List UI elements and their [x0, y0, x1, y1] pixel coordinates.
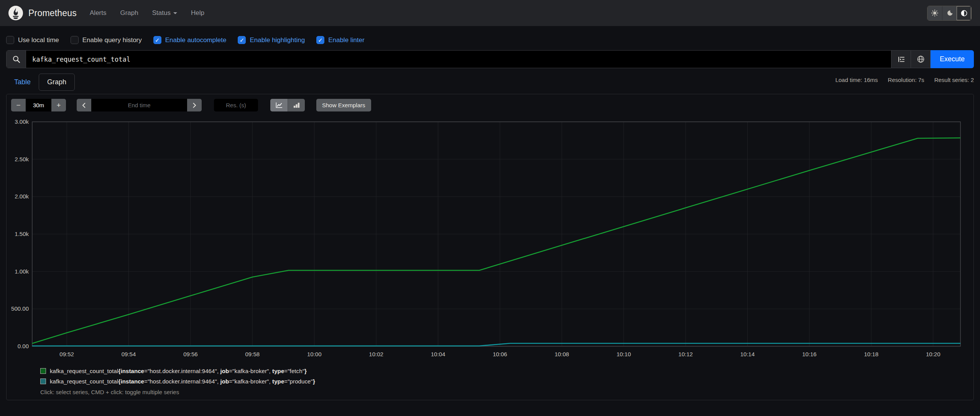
- x-tick-label: 10:20: [926, 351, 941, 357]
- nav-item-alerts[interactable]: Alerts: [90, 9, 106, 17]
- series-line-1: [32, 343, 960, 346]
- result-tabs: Table Graph: [6, 74, 75, 91]
- range-stepper: − +: [11, 99, 66, 111]
- legend-swatch-icon: [40, 368, 46, 374]
- option-label: Enable linter: [328, 36, 365, 44]
- x-tick-label: 10:02: [369, 351, 383, 357]
- search-icon: [7, 51, 26, 68]
- time-forward-button[interactable]: [187, 99, 202, 111]
- query-options-row: Use local timeEnable query history✓Enabl…: [0, 26, 980, 49]
- graph-panel: − +: [6, 94, 974, 400]
- brand-name: Prometheus: [28, 8, 77, 18]
- nav-item-help[interactable]: Help: [191, 9, 204, 17]
- series-line-0: [32, 138, 960, 344]
- legend-series-label: kafka_request_count_total{instance="host…: [50, 368, 307, 374]
- y-tick-label: 1.00k: [15, 268, 29, 275]
- end-time-picker: [77, 99, 202, 111]
- x-tick-label: 09:56: [183, 351, 198, 357]
- option-enable-autocomplete[interactable]: ✓Enable autocomplete: [153, 36, 227, 44]
- range-input[interactable]: [26, 99, 51, 111]
- x-tick-label: 10:10: [617, 351, 631, 357]
- query-stats: Load time: 16ms Resolution: 7s Result se…: [835, 74, 974, 83]
- circle-half-icon[interactable]: [957, 6, 971, 20]
- x-tick-label: 10:14: [740, 351, 755, 357]
- x-tick-label: 10:18: [864, 351, 879, 357]
- x-tick-label: 10:06: [493, 351, 507, 357]
- chart-svg[interactable]: 0.00500.001.00k1.50k2.00k2.50k3.00k09:52…: [7, 115, 973, 360]
- y-tick-label: 3.00k: [15, 118, 29, 125]
- option-use-local-time[interactable]: Use local time: [6, 36, 59, 44]
- y-tick-label: 0.00: [18, 343, 29, 349]
- chart-area: 0.00500.001.00k1.50k2.00k2.50k3.00k09:52…: [7, 115, 973, 360]
- legend-hint: Click: select series, CMD + click: toggl…: [40, 389, 973, 395]
- resolution: Resolution: 7s: [888, 77, 924, 83]
- stacked-chart-icon[interactable]: [288, 99, 305, 111]
- x-tick-label: 10:00: [307, 351, 322, 357]
- unchecked-checkbox-icon[interactable]: [71, 36, 79, 44]
- resolution-input[interactable]: [214, 99, 258, 111]
- checked-checkbox-icon[interactable]: ✓: [316, 36, 324, 44]
- x-tick-label: 10:16: [802, 351, 817, 357]
- prometheus-logo-icon: [8, 6, 23, 20]
- x-tick-label: 09:58: [245, 351, 260, 357]
- option-enable-query-history[interactable]: Enable query history: [71, 36, 142, 44]
- x-tick-label: 10:08: [555, 351, 569, 357]
- option-label: Enable autocomplete: [165, 36, 227, 44]
- legend: kafka_request_count_total{instance="host…: [40, 366, 973, 387]
- theme-toggle-group: [927, 6, 972, 21]
- range-increase-button[interactable]: +: [51, 99, 66, 111]
- chart-type-toggle: [270, 99, 305, 111]
- legend-item[interactable]: kafka_request_count_total{instance="host…: [40, 376, 973, 387]
- query-input-group: [6, 50, 931, 68]
- line-chart-icon[interactable]: [270, 99, 288, 111]
- navbar: Prometheus AlertsGraphStatusHelp: [0, 0, 980, 26]
- chevron-down-icon: [173, 12, 177, 14]
- y-tick-label: 1.50k: [15, 231, 29, 237]
- time-back-button[interactable]: [77, 99, 91, 111]
- x-tick-label: 09:54: [122, 351, 136, 357]
- x-tick-label: 10:04: [431, 351, 446, 357]
- load-time: Load time: 16ms: [835, 77, 878, 83]
- globe-icon[interactable]: [911, 51, 930, 68]
- option-enable-linter[interactable]: ✓Enable linter: [316, 36, 365, 44]
- y-tick-label: 2.00k: [15, 193, 29, 200]
- metrics-explorer-icon[interactable]: [891, 51, 911, 68]
- option-label: Enable highlighting: [250, 36, 305, 44]
- query-bar: Execute: [6, 50, 974, 68]
- y-tick-label: 500.00: [11, 305, 29, 312]
- legend-series-label: kafka_request_count_total{instance="host…: [50, 378, 315, 385]
- end-time-input[interactable]: [91, 99, 187, 111]
- option-enable-highlighting[interactable]: ✓Enable highlighting: [238, 36, 305, 44]
- option-label: Enable query history: [82, 36, 142, 44]
- chart-grid: [32, 122, 960, 346]
- legend-swatch-icon: [40, 378, 46, 384]
- unchecked-checkbox-icon[interactable]: [6, 36, 14, 44]
- nav-item-graph[interactable]: Graph: [120, 9, 138, 17]
- y-tick-label: 2.50k: [15, 156, 29, 162]
- moon-icon[interactable]: [942, 6, 957, 20]
- nav-links: AlertsGraphStatusHelp: [90, 9, 204, 17]
- chart-axis-labels: 0.00500.001.00k1.50k2.00k2.50k3.00k09:52…: [11, 118, 940, 357]
- execute-button[interactable]: Execute: [931, 50, 974, 68]
- graph-controls: − +: [11, 99, 969, 111]
- show-exemplars-button[interactable]: Show Exemplars: [316, 99, 371, 111]
- query-expression-input[interactable]: [26, 51, 891, 68]
- brand[interactable]: Prometheus: [8, 6, 77, 20]
- tab-table[interactable]: Table: [6, 74, 39, 90]
- x-tick-label: 10:12: [678, 351, 693, 357]
- option-label: Use local time: [18, 36, 59, 44]
- legend-item[interactable]: kafka_request_count_total{instance="host…: [40, 366, 973, 376]
- result-series: Result series: 2: [934, 77, 974, 83]
- tab-graph[interactable]: Graph: [39, 74, 75, 91]
- checked-checkbox-icon[interactable]: ✓: [238, 36, 246, 44]
- x-tick-label: 09:52: [59, 351, 74, 357]
- range-decrease-button[interactable]: −: [11, 99, 26, 111]
- checked-checkbox-icon[interactable]: ✓: [153, 36, 161, 44]
- nav-item-status[interactable]: Status: [152, 9, 177, 17]
- sun-icon[interactable]: [927, 6, 942, 20]
